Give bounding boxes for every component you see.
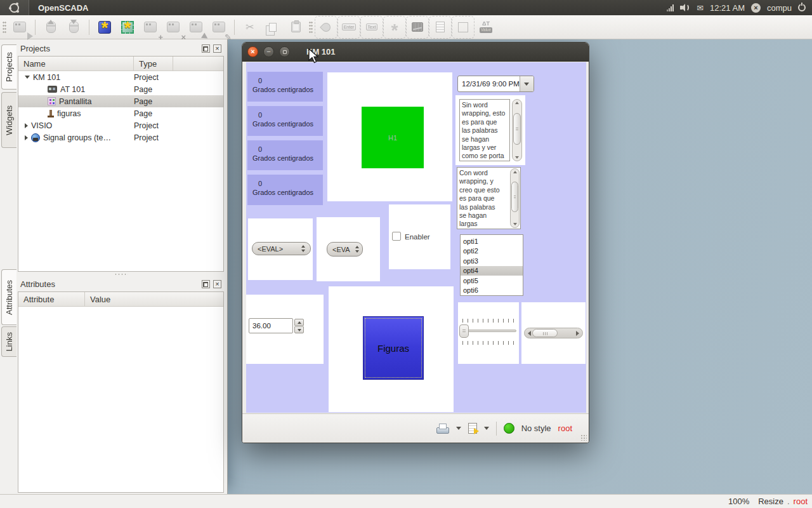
h1-green-box[interactable]: H1: [362, 107, 424, 168]
dock-close-button[interactable]: [213, 280, 221, 288]
attributes-table: Attribute Value: [18, 291, 224, 493]
tab-projects[interactable]: Projects: [1, 44, 16, 90]
new-widget-button[interactable]: [118, 18, 137, 37]
add-widget-button[interactable]: +: [141, 18, 160, 37]
delete-widget-button[interactable]: ×: [164, 18, 183, 37]
tree-row-figuras[interactable]: figuras Page: [18, 107, 223, 119]
protocol-widget-button[interactable]: [431, 18, 450, 37]
spin-down-icon[interactable]: [294, 326, 304, 333]
tab-links[interactable]: Links: [1, 326, 16, 357]
tab-widgets[interactable]: Widgets: [1, 92, 16, 148]
diagram-widget-button[interactable]: [408, 18, 427, 37]
list-item[interactable]: opti3: [461, 256, 523, 266]
chevron-down-icon[interactable]: [484, 427, 489, 430]
scroll-right-icon[interactable]: [576, 331, 579, 336]
ubuntu-top-panel: OpenSCADA 12:21 AM compu: [0, 0, 812, 15]
form-element-button[interactable]: Enter: [339, 18, 358, 37]
mail-icon[interactable]: [697, 3, 704, 13]
column-header-name[interactable]: Name: [18, 57, 134, 70]
spin-arrows-icon[interactable]: [301, 245, 305, 252]
save-db-button[interactable]: [64, 18, 83, 37]
vertical-scrollbar[interactable]: [512, 99, 522, 161]
list-item-selected[interactable]: opti4: [461, 266, 523, 276]
value-widget-button[interactable]: ΔT Value: [476, 18, 495, 37]
chevron-down-icon[interactable]: [456, 427, 461, 430]
load-db-button[interactable]: [41, 18, 60, 37]
enabler-label: Enabler: [405, 233, 430, 241]
edit-widget-button[interactable]: ✎: [209, 18, 228, 37]
vertical-scrollbar[interactable]: [510, 168, 520, 228]
eval-spinbox-2[interactable]: <EVA: [327, 242, 363, 257]
dock-float-button[interactable]: [202, 44, 210, 53]
spin-up-icon[interactable]: [294, 319, 304, 326]
toolbar-grip[interactable]: [3, 21, 6, 34]
textarea-wrap[interactable]: Con word wrapping, y creo que esto es pa…: [457, 168, 509, 229]
run-vision-button[interactable]: [10, 18, 29, 37]
slider-track[interactable]: [462, 330, 516, 332]
dock-float-button[interactable]: [202, 280, 210, 288]
combo-dropdown-button[interactable]: [520, 76, 534, 91]
window-maximize-button[interactable]: [279, 46, 290, 57]
user-menu-icon[interactable]: [751, 3, 761, 13]
export-button[interactable]: [468, 423, 477, 434]
diagram-icon: [412, 22, 423, 32]
window-close-button[interactable]: ×: [247, 46, 258, 57]
tree-row-visio[interactable]: VISIO Project: [18, 119, 223, 131]
spin-arrows-icon[interactable]: [355, 246, 359, 253]
copy-button[interactable]: [263, 18, 282, 37]
select-widget-button[interactable]: [187, 18, 206, 37]
network-signal-icon[interactable]: [667, 4, 674, 11]
new-project-button[interactable]: [95, 18, 114, 37]
list-item[interactable]: opti5: [461, 276, 523, 286]
scrollbar-thumb[interactable]: [532, 329, 558, 337]
textarea-nowrap[interactable]: Sin word wrapping, esto es para que las …: [459, 99, 510, 161]
list-item[interactable]: opti1: [461, 236, 523, 246]
expander-closed-icon[interactable]: [25, 135, 28, 140]
number-input[interactable]: 36.00: [249, 318, 293, 333]
list-item[interactable]: opti6: [461, 286, 523, 296]
tree-row-pantallita[interactable]: Pantallita Page: [18, 95, 223, 107]
cut-button[interactable]: [240, 18, 259, 37]
slider-handle[interactable]: [459, 324, 469, 338]
clock[interactable]: 12:21 AM: [710, 3, 745, 13]
scroll-left-icon[interactable]: [528, 331, 531, 336]
paste-button[interactable]: [286, 18, 305, 37]
horizontal-scrollbar[interactable]: [524, 328, 583, 338]
copy-icon: [269, 23, 277, 32]
ubuntu-logo-button[interactable]: [0, 0, 29, 15]
datetime-combo[interactable]: 12/31/69 9:00 PM: [457, 76, 534, 92]
dialog-titlebar[interactable]: × − KM 101: [242, 43, 589, 62]
power-icon[interactable]: [798, 4, 806, 11]
print-button[interactable]: [436, 424, 449, 433]
window-minimize-button[interactable]: −: [263, 46, 274, 57]
dock-splitter[interactable]: [18, 272, 224, 276]
resize-grip[interactable]: [580, 434, 587, 441]
scrollbar-thumb[interactable]: [511, 182, 518, 212]
document-widget-button[interactable]: [454, 18, 473, 37]
computer-name[interactable]: compu: [767, 3, 792, 13]
column-header-value[interactable]: Value: [85, 292, 223, 306]
dock-close-button[interactable]: [213, 44, 221, 53]
column-header-attribute[interactable]: Attribute: [18, 292, 85, 306]
toolbar-grip[interactable]: [309, 21, 313, 34]
dialog-page: 0Grados centigrados 0Grados centigrados …: [246, 62, 586, 413]
expander-open-icon[interactable]: [25, 76, 30, 79]
figuras-button[interactable]: Figuras: [363, 316, 424, 380]
enabler-checkbox[interactable]: [392, 232, 401, 241]
shape-widget-button[interactable]: [317, 18, 336, 37]
number-spin-buttons[interactable]: [294, 319, 304, 333]
media-widget-button[interactable]: [385, 18, 404, 37]
tree-row-signal-groups[interactable]: Signal groups (te… Project: [18, 131, 223, 144]
tree-row-km101[interactable]: KM 101 Project: [18, 71, 223, 83]
column-header-type[interactable]: Type: [134, 57, 173, 70]
tab-attributes[interactable]: Attributes: [1, 269, 16, 325]
text-widget-button[interactable]: Text: [362, 18, 381, 37]
list-item[interactable]: opti2: [461, 246, 523, 257]
system-tray: 12:21 AM compu: [667, 3, 812, 13]
eval-spinbox-1[interactable]: <EVAL>: [252, 242, 311, 255]
expander-closed-icon[interactable]: [25, 123, 28, 128]
scrollbar-thumb[interactable]: [513, 113, 521, 145]
volume-icon[interactable]: [680, 4, 690, 11]
enabler-panel: Enabler: [389, 204, 450, 269]
tree-row-at101[interactable]: AT 101 Page: [18, 83, 223, 95]
